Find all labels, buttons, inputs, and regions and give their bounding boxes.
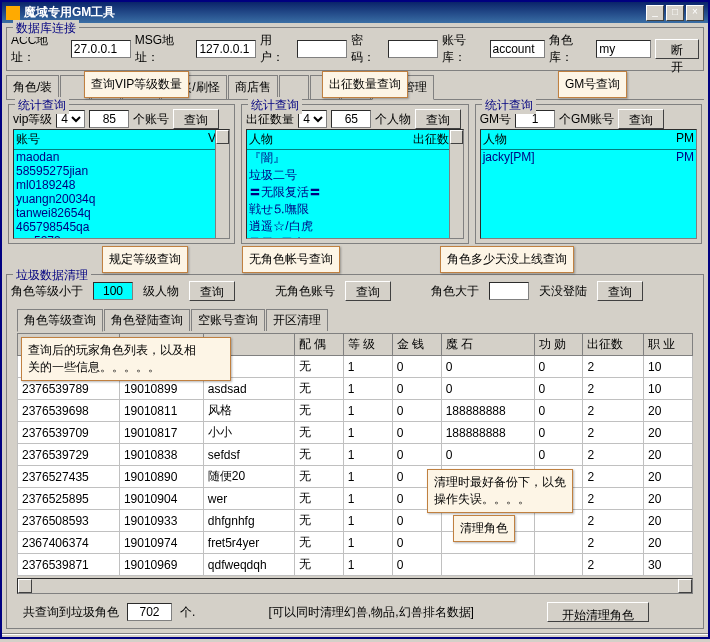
norole-label: 无角色账号 (275, 283, 335, 300)
vip-query-button[interactable]: 查询 (173, 109, 219, 129)
db-conn-legend: 数据库连接 (13, 20, 79, 37)
gm-col1: 人物 (483, 131, 676, 148)
callout-vip: 查询VIP等级数量 (84, 71, 189, 98)
list-item[interactable]: 垃圾二号4 (247, 167, 462, 184)
roledb-input[interactable] (596, 40, 651, 58)
grid-header[interactable]: 功 勋 (534, 334, 583, 356)
exp-scrollbar[interactable] (449, 130, 463, 238)
exp-count[interactable] (331, 110, 371, 128)
table-row[interactable]: 237653987119010969qdfweqdqh无10230 (18, 554, 693, 576)
tab-0[interactable]: 角色/装 (6, 75, 59, 99)
vip-panel: 统计查询 vip等级 4 个账号 查询 账号VIP maodan45859527… (8, 104, 235, 244)
stats-area: 统计查询 vip等级 4 个账号 查询 账号VIP maodan45859527… (2, 100, 708, 248)
pwd-label: 密码： (351, 32, 384, 66)
titlebar[interactable]: 魔域专用GM工具 _ □ × (2, 2, 708, 23)
roledb-label: 角色库： (549, 32, 593, 66)
list-item[interactable]: yzs5273qa4 (14, 234, 229, 239)
scroll-left-icon[interactable] (18, 579, 32, 593)
level-input[interactable] (93, 282, 133, 300)
acctdb-label: 账号库： (442, 32, 486, 66)
user-input[interactable] (297, 40, 347, 58)
vip-listbox[interactable]: 账号VIP maodan458595275jian4ml01892484yuan… (13, 129, 230, 239)
subtab-level[interactable]: 角色等级查询 (17, 309, 103, 332)
vip-scrollbar[interactable] (215, 130, 229, 238)
days-suffix: 天没登陆 (539, 283, 587, 300)
list-item[interactable]: jacky[PM]PM (481, 150, 696, 164)
junk-panel: 垃圾数据清理 角色等级小于 级人物 查询 无角色账号 查询 角色大于 天没登陆 … (6, 274, 704, 629)
list-item[interactable]: yuangn20034q4 (14, 192, 229, 206)
window-title: 魔域专用GM工具 (24, 4, 644, 21)
days-query-button[interactable]: 查询 (597, 281, 643, 301)
bottom-hint: [可以同时清理幻兽,物品,幻兽排名数据] (203, 604, 539, 621)
db-conn-panel: 数据库连接 ACC地址： MSG地址： 用户： 密码： 账号库： 角色库： 断开 (6, 27, 704, 71)
exp-listbox[interactable]: 人物出征数量 『闇』4垃圾二号4〓无限复活〓4戦せ⒌嘸限4逍遥☆/白虎4风雪V无… (246, 129, 463, 239)
total-unit: 个. (180, 604, 195, 621)
subtab-login[interactable]: 角色登陆查询 (104, 309, 190, 331)
table-row[interactable]: 237650859319010933dhfgnhfg无10220 (18, 510, 693, 532)
table-row[interactable]: 237653970919010817小小无101888888880220 (18, 422, 693, 444)
days-input[interactable] (489, 282, 529, 300)
gm-panel: 统计查询 GM号 个GM账号 查询 人物PM jacky[PM]PM (475, 104, 702, 244)
msg-label: MSG地址： (135, 32, 193, 66)
scroll-right-icon[interactable] (678, 579, 692, 593)
table-row[interactable]: 237653969819010811风格无101888888880220 (18, 400, 693, 422)
msg-input[interactable] (196, 40, 256, 58)
exp-query-button[interactable]: 查询 (415, 109, 461, 129)
subtab-open[interactable]: 开区清理 (266, 309, 328, 331)
table-row[interactable]: 237652743519010890随便20无1000220 (18, 466, 693, 488)
total-label: 共查询到垃圾角色 (23, 604, 119, 621)
acctdb-input[interactable] (490, 40, 545, 58)
list-item[interactable]: 465798545qa4 (14, 220, 229, 234)
list-item[interactable]: 58595275jian4 (14, 164, 229, 178)
vip-count[interactable] (89, 110, 129, 128)
grid-hscroll[interactable] (17, 578, 693, 594)
minimize-button[interactable]: _ (646, 5, 664, 21)
callout-backup: 清理时最好备份下，以免 操作失误。。。。 (427, 469, 573, 513)
maximize-button[interactable]: □ (666, 5, 684, 21)
gm-listbox[interactable]: 人物PM jacky[PM]PM (480, 129, 697, 239)
vip-legend: 统计查询 (15, 97, 69, 114)
user-label: 用户： (260, 32, 293, 66)
grid-header[interactable]: 魔 石 (441, 334, 534, 356)
disconnect-button[interactable]: 断开 (655, 39, 699, 59)
list-item[interactable]: tanwei82654q4 (14, 206, 229, 220)
callout-clean: 清理角色 (453, 515, 515, 542)
tab-6[interactable] (279, 75, 309, 99)
pwd-input[interactable] (388, 40, 438, 58)
grid-header[interactable]: 出征数 (583, 334, 644, 356)
table-row[interactable]: 236740637419010974fret5r4yer无10220 (18, 532, 693, 554)
list-item[interactable]: 戦せ⒌嘸限4 (247, 201, 462, 218)
tab-5[interactable]: 商店售 (228, 75, 278, 99)
exp-col1: 人物 (249, 131, 412, 148)
main-window: 魔域专用GM工具 _ □ × 数据库连接 ACC地址： MSG地址： 用户： 密… (0, 0, 710, 639)
table-row[interactable]: 237653972919010838sefdsf无1000220 (18, 444, 693, 466)
gm-legend: 统计查询 (482, 97, 536, 114)
list-item[interactable]: 〓无限复活〓4 (247, 184, 462, 201)
list-item[interactable]: 『闇』4 (247, 150, 462, 167)
table-row[interactable]: 237652589519010904wer无1000220 (18, 488, 693, 510)
subtab-empty[interactable]: 空账号查询 (191, 309, 265, 331)
grid-header[interactable]: 等 级 (343, 334, 392, 356)
list-item[interactable]: ml01892484 (14, 178, 229, 192)
total-input[interactable] (127, 603, 172, 621)
callout-gm: GM号查询 (558, 71, 627, 98)
list-item[interactable]: 逍遥☆/白虎4 (247, 218, 462, 235)
gm-query-button[interactable]: 查询 (618, 109, 664, 129)
callout-days: 角色多少天没上线查询 (440, 246, 574, 273)
list-item[interactable]: maodan4 (14, 150, 229, 164)
close-button[interactable]: × (686, 5, 704, 21)
grid-header[interactable]: 金 钱 (392, 334, 441, 356)
acc-label: ACC地址： (11, 32, 67, 66)
norole-query-button[interactable]: 查询 (345, 281, 391, 301)
grid-header[interactable]: 职 业 (644, 334, 693, 356)
vip-col1: 账号 (16, 131, 208, 148)
grid-header[interactable]: 配 偶 (294, 334, 343, 356)
exp-select[interactable]: 4 (298, 110, 327, 128)
level-label: 角色等级小于 (11, 283, 83, 300)
gm-suffix: 个GM账号 (559, 111, 614, 128)
acc-input[interactable] (71, 40, 131, 58)
list-item[interactable]: 风雪V无痕4 (247, 235, 462, 239)
bottom-bar: 共查询到垃圾角色 个. [可以同时清理幻兽,物品,幻兽排名数据] 开始清理角色 (11, 596, 699, 628)
start-clean-button[interactable]: 开始清理角色 (547, 602, 649, 622)
level-query-button[interactable]: 查询 (189, 281, 235, 301)
